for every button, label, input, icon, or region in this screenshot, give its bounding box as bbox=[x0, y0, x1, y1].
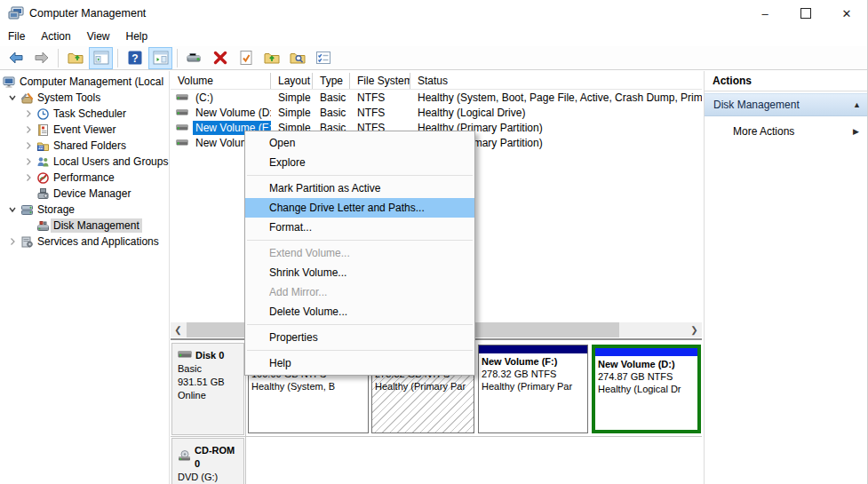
svg-text:22: 22 bbox=[38, 146, 44, 150]
menu-item-properties[interactable]: Properties bbox=[245, 328, 474, 347]
delete-x-icon bbox=[211, 49, 229, 67]
menu-item-open[interactable]: Open bbox=[245, 133, 474, 153]
menu-separator bbox=[247, 324, 473, 325]
forward-button[interactable] bbox=[29, 47, 53, 69]
folder-up-icon bbox=[263, 49, 281, 67]
menu-item-help[interactable]: Help bbox=[245, 353, 474, 373]
column-header-volume[interactable]: Volume bbox=[171, 73, 271, 89]
device-manager-icon bbox=[36, 187, 51, 201]
disk0-status: Online bbox=[178, 389, 240, 402]
tree-item-disk-management[interactable]: Disk Management bbox=[0, 218, 169, 234]
volume-row-c[interactable]: (C:) Simple Basic NTFS Healthy (System, … bbox=[171, 90, 702, 105]
tree-item-performance[interactable]: Performance bbox=[0, 170, 169, 186]
volume-row-d[interactable]: New Volume (D:) Simple Basic NTFS Health… bbox=[171, 105, 702, 120]
actions-pane-title: Actions bbox=[705, 71, 868, 91]
folder-up-button[interactable] bbox=[259, 47, 283, 69]
menu-item-delete-volume[interactable]: Delete Volume... bbox=[245, 302, 474, 321]
expanded-chevron-icon[interactable] bbox=[5, 205, 20, 214]
window-title: Computer Management bbox=[29, 7, 146, 20]
volume-disk-icon bbox=[176, 123, 189, 131]
cdrom-row: CD-ROM 0 DVD (G:) bbox=[171, 437, 702, 484]
more-actions-label: More Actions bbox=[733, 125, 794, 138]
event-viewer-icon bbox=[36, 123, 51, 137]
menu-view[interactable]: View bbox=[79, 28, 118, 45]
users-icon bbox=[36, 155, 51, 169]
actions-group-disk-management[interactable]: Disk Management ▲ bbox=[705, 93, 868, 116]
close-button[interactable]: ✕ bbox=[826, 0, 867, 27]
partition-d-logical[interactable]: New Volume (D:) 274.87 GB NTFS Healthy (… bbox=[592, 345, 701, 433]
computer-management-app-icon bbox=[8, 6, 24, 20]
disk-icon bbox=[178, 349, 193, 362]
column-header-file-system[interactable]: File System bbox=[350, 73, 410, 89]
tree-item-system-tools[interactable]: System Tools bbox=[0, 90, 169, 106]
collapse-arrow-icon[interactable]: ▲ bbox=[853, 100, 861, 109]
cdrom-info-box[interactable]: CD-ROM 0 DVD (G:) bbox=[171, 438, 244, 484]
up-level-folder-icon bbox=[67, 49, 84, 67]
tree-item-local-users-and-groups[interactable]: Local Users and Groups bbox=[0, 154, 169, 170]
back-button[interactable] bbox=[4, 47, 28, 69]
collapsed-chevron-icon[interactable] bbox=[21, 173, 36, 182]
show-console-tree-button[interactable] bbox=[89, 47, 113, 69]
delete-button[interactable] bbox=[208, 47, 232, 69]
tree-item-event-viewer[interactable]: Event Viewer bbox=[0, 122, 169, 138]
properties-checklist-button[interactable] bbox=[311, 47, 335, 69]
column-header-status[interactable]: Status bbox=[410, 73, 702, 89]
performance-icon bbox=[36, 171, 51, 185]
menu-help[interactable]: Help bbox=[118, 28, 156, 45]
disk0-info-box[interactable]: Disk 0 Basic 931.51 GB Online bbox=[171, 343, 244, 435]
maximize-button[interactable] bbox=[785, 0, 826, 27]
folder-search-button[interactable] bbox=[285, 47, 309, 69]
menu-action[interactable]: Action bbox=[33, 28, 78, 45]
menu-separator bbox=[247, 350, 473, 351]
maximize-icon bbox=[800, 8, 811, 19]
check-document-button[interactable] bbox=[234, 47, 258, 69]
scroll-left-arrow-icon[interactable]: ❮ bbox=[171, 322, 186, 337]
menu-separator bbox=[247, 240, 473, 241]
disk0-type: Basic bbox=[178, 362, 240, 376]
column-header-layout[interactable]: Layout bbox=[271, 73, 313, 89]
tree-item-computer-management[interactable]: Computer Management (Local bbox=[0, 74, 169, 90]
actions-group-label: Disk Management bbox=[713, 99, 800, 111]
show-action-pane-button[interactable] bbox=[148, 47, 172, 69]
cdrom-name: CD-ROM 0 bbox=[195, 444, 240, 471]
expanded-chevron-icon[interactable] bbox=[5, 93, 20, 102]
tree-item-device-manager[interactable]: Device Manager bbox=[0, 186, 169, 202]
menu-item-mark-partition-active[interactable]: Mark Partition as Active bbox=[245, 179, 474, 198]
column-header-type[interactable]: Type bbox=[313, 73, 350, 89]
minimize-button[interactable]: – bbox=[745, 0, 785, 27]
collapsed-chevron-icon[interactable] bbox=[5, 237, 20, 246]
menu-item-explore[interactable]: Explore bbox=[245, 153, 474, 172]
scroll-right-arrow-icon[interactable]: ❯ bbox=[687, 322, 702, 337]
collapsed-chevron-icon[interactable] bbox=[21, 141, 36, 150]
svg-text:?: ? bbox=[131, 52, 138, 65]
disk0-size: 931.51 GB bbox=[178, 376, 240, 389]
tree-item-services-and-applications[interactable]: Services and Applications bbox=[0, 234, 169, 250]
up-level-button[interactable] bbox=[63, 47, 87, 69]
tree-item-storage[interactable]: Storage bbox=[0, 202, 169, 218]
help-button[interactable]: ? bbox=[123, 47, 147, 69]
tree-item-task-scheduler[interactable]: Task Scheduler bbox=[0, 106, 169, 122]
collapsed-chevron-icon[interactable] bbox=[21, 157, 36, 166]
forward-arrow-icon bbox=[33, 49, 51, 67]
toolbar: ? bbox=[0, 46, 867, 70]
menu-item-format[interactable]: Format... bbox=[245, 218, 474, 237]
menu-item-shrink-volume[interactable]: Shrink Volume... bbox=[245, 263, 474, 282]
volume-context-menu: Open Explore Mark Partition as Active Ch… bbox=[244, 131, 475, 376]
cdrom-icon bbox=[178, 450, 192, 464]
menu-file[interactable]: File bbox=[0, 28, 33, 45]
partition-color-bar bbox=[479, 345, 587, 353]
menu-separator bbox=[247, 175, 473, 176]
toolbar-separator bbox=[58, 49, 59, 67]
partition-f[interactable]: New Volume (F:) 278.32 GB NTFS Healthy (… bbox=[478, 345, 588, 433]
services-icon bbox=[20, 235, 35, 249]
disk-device-button[interactable] bbox=[182, 47, 206, 69]
toolbar-separator bbox=[117, 49, 118, 67]
collapsed-chevron-icon[interactable] bbox=[21, 125, 36, 134]
more-actions-item[interactable]: More Actions ▶ bbox=[705, 122, 868, 141]
volume-disk-icon bbox=[176, 139, 189, 147]
collapsed-chevron-icon[interactable] bbox=[21, 109, 36, 118]
tree-item-shared-folders[interactable]: 22 Shared Folders bbox=[0, 138, 169, 154]
menu-item-change-drive-letter[interactable]: Change Drive Letter and Paths... bbox=[245, 198, 474, 218]
cdrom-partition-area bbox=[245, 437, 702, 484]
disk-management-icon bbox=[36, 219, 51, 233]
